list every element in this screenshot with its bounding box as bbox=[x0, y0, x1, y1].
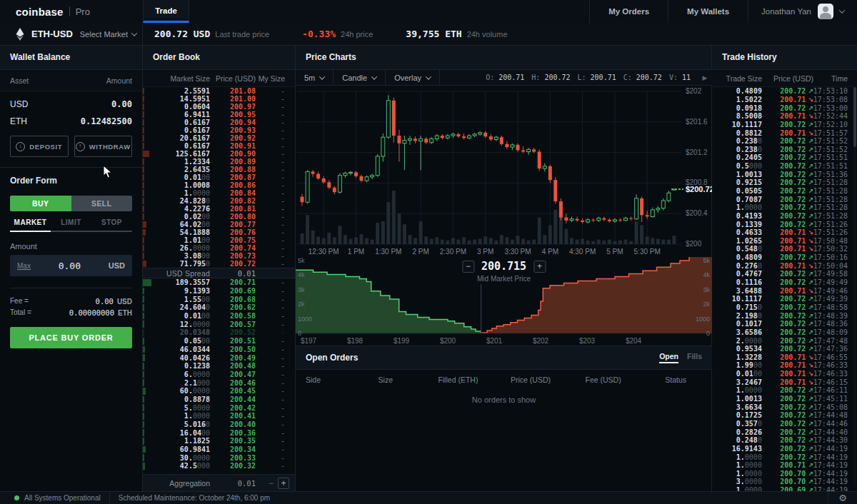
order-book-ask-row[interactable]: 14.5951201.00- bbox=[143, 95, 295, 103]
order-book-bid-row[interactable]: 24.6040200.62- bbox=[143, 303, 295, 312]
buy-tab[interactable]: BUY bbox=[10, 196, 71, 211]
order-book-ask-row[interactable]: 0.6167200.94- bbox=[143, 119, 295, 126]
withdraw-button[interactable]: ↑ WITHDRAW bbox=[74, 136, 133, 157]
svg-text:$200.4: $200.4 bbox=[686, 209, 708, 217]
order-book-ask-row[interactable]: 1.0008200.86- bbox=[143, 181, 295, 189]
order-book-bid-row[interactable]: 5.0000200.42- bbox=[143, 403, 295, 412]
aggregation-decrease-button[interactable]: − bbox=[264, 478, 278, 488]
order-book-bid-row[interactable]: 0.8878200.44- bbox=[143, 395, 295, 404]
order-book-bid-row[interactable]: 40.0426200.49- bbox=[143, 353, 295, 362]
order-book-ask-row[interactable]: 0.0604200.97- bbox=[143, 103, 295, 111]
svg-text:5:30 PM: 5:30 PM bbox=[634, 248, 661, 256]
order-book-bid-row[interactable]: 0.0100200.58- bbox=[143, 312, 295, 321]
order-book-bid-row[interactable]: 2.1000200.46- bbox=[143, 378, 295, 387]
order-book-ask-row[interactable]: 0.6167200.93- bbox=[143, 126, 295, 134]
place-buy-order-button[interactable]: PLACE BUY ORDER bbox=[10, 327, 132, 348]
order-book-ask-row[interactable]: 1.0000200.84- bbox=[143, 189, 295, 197]
overlay-dropdown[interactable]: Overlay bbox=[386, 70, 440, 85]
depth-chart[interactable]: 5k5k4k4k3k3k2k2k1000100000$197$198$199$2… bbox=[296, 257, 712, 347]
sell-tab[interactable]: SELL bbox=[71, 196, 133, 211]
order-book-bid-row[interactable]: 60.0000200.45- bbox=[143, 387, 295, 395]
svg-text:$199: $199 bbox=[394, 337, 410, 345]
order-book-ask-row[interactable]: 0.0100200.87- bbox=[143, 173, 295, 181]
top-nav: coinbase Pro Trade My Orders My Wallets … bbox=[0, 0, 857, 23]
tab-open[interactable]: Open bbox=[659, 352, 678, 363]
order-book-ask-row[interactable]: 3.0800200.73- bbox=[143, 252, 295, 260]
order-book-bid-row[interactable]: 0.1238200.48- bbox=[143, 362, 295, 371]
order-book-bid-row[interactable]: 60.9841200.34- bbox=[143, 445, 295, 454]
order-book-bid-row[interactable]: 30.0000200.33- bbox=[143, 453, 295, 462]
order-book-ask-row[interactable]: 24.8280200.82- bbox=[143, 197, 295, 205]
svg-text:0: 0 bbox=[706, 330, 710, 337]
collapse-panel-icon[interactable]: ▶ bbox=[698, 74, 712, 81]
order-book-ask-row[interactable]: 64.0200200.77- bbox=[143, 221, 295, 228]
trade-history-row: 0.2380200.72↗17:51:52 bbox=[712, 137, 857, 146]
order-book-bid-row[interactable]: 20.0348200.52- bbox=[143, 328, 295, 337]
order-book-bid-row[interactable]: 9.1393200.69- bbox=[143, 287, 295, 296]
trade-history-scrollbar[interactable] bbox=[853, 87, 856, 487]
order-book-ask-row[interactable]: 125.6167200.90- bbox=[143, 150, 295, 158]
order-book-bid-row[interactable]: 42.5000200.32- bbox=[143, 462, 295, 470]
tab-market[interactable]: MARKET bbox=[10, 218, 51, 232]
order-book-bid-row[interactable]: 6.0000200.47- bbox=[143, 371, 295, 379]
nav-my-orders[interactable]: My Orders bbox=[589, 0, 668, 23]
order-book-ask-row[interactable]: 6.9411200.95- bbox=[143, 111, 295, 119]
order-book-bid-row[interactable]: 1.0000200.41- bbox=[143, 412, 295, 420]
trade-history-row: 10.1117200.72↗17:52:10 bbox=[712, 121, 857, 129]
order-book-ask-row[interactable]: 26.0000200.74- bbox=[143, 244, 295, 252]
svg-text:$198: $198 bbox=[347, 337, 364, 345]
zoom-in-button[interactable]: + bbox=[533, 261, 546, 273]
amount-label: Amount bbox=[0, 232, 142, 255]
trade-history-row: 2.0000200.72↗17:47:48 bbox=[712, 336, 857, 345]
order-book-bid-row[interactable]: 1.5500200.68- bbox=[143, 295, 295, 303]
order-book-ask-row[interactable]: 0.6167200.91- bbox=[143, 142, 295, 150]
tab-stop[interactable]: STOP bbox=[91, 218, 132, 231]
select-market-dropdown[interactable]: Select Market bbox=[80, 30, 136, 39]
chevron-down-icon bbox=[839, 7, 845, 13]
chart-type-dropdown[interactable]: Candle bbox=[334, 70, 386, 85]
order-book-bid-row[interactable]: 0.0500200.51- bbox=[143, 337, 295, 346]
svg-text:1000: 1000 bbox=[696, 316, 710, 323]
order-book-bid-row[interactable]: 5.0160200.40- bbox=[143, 420, 295, 429]
trade-history-row: 0.4809200.72↗17:50:16 bbox=[712, 253, 857, 262]
order-book-ask-row[interactable]: 2.6435200.88- bbox=[143, 166, 295, 173]
svg-text:$202: $202 bbox=[686, 87, 702, 95]
order-book-bid-row[interactable]: 16.0400200.36- bbox=[143, 428, 295, 437]
svg-text:$201.6: $201.6 bbox=[686, 118, 708, 126]
candlestick-chart[interactable]: $202$201.6$201.2$200.8$200.4$200$200.721… bbox=[296, 86, 712, 256]
order-book-bid-row[interactable]: 46.0344200.50- bbox=[143, 346, 295, 354]
order-book-ask-row[interactable]: 54.1888200.76- bbox=[143, 228, 295, 236]
order-book-bid-row[interactable]: 12.0000200.57- bbox=[143, 320, 295, 328]
market-pair: ETH-USD bbox=[31, 29, 73, 39]
tab-fills[interactable]: Fills bbox=[687, 352, 702, 363]
divider bbox=[109, 492, 110, 504]
max-link[interactable]: Max bbox=[17, 262, 31, 270]
order-book-bid-row[interactable]: 1.1825200.35- bbox=[143, 437, 295, 445]
nav-my-wallets[interactable]: My Wallets bbox=[668, 0, 748, 23]
coinbase-logo[interactable]: coinbase Pro bbox=[0, 0, 143, 23]
deposit-button[interactable]: ↓ DEPOSIT bbox=[10, 136, 69, 157]
order-book-ask-row[interactable]: 20.6167200.92- bbox=[143, 134, 295, 142]
trade-history-row: 1.0013200.72↗17:45:11 bbox=[712, 395, 857, 403]
interval-dropdown[interactable]: 5m bbox=[296, 70, 334, 85]
order-book-ask-row[interactable]: 1.0100200.75- bbox=[143, 236, 295, 244]
order-book-ask-row[interactable]: 0.0200200.80- bbox=[143, 213, 295, 221]
order-book-ask-row[interactable]: 1.2334200.89- bbox=[143, 158, 295, 166]
order-book-panel: Order Book Market Size Price (USD) My Si… bbox=[143, 46, 296, 491]
aggregation-increase-button[interactable]: + bbox=[278, 478, 289, 489]
settings-gear-icon[interactable]: ⚙ bbox=[828, 492, 857, 504]
wallet-balance-title: Wallet Balance bbox=[0, 46, 142, 70]
chevron-down-icon bbox=[131, 30, 137, 36]
tab-limit[interactable]: LIMIT bbox=[51, 218, 91, 231]
order-book-bid-row[interactable]: 189.3557200.71- bbox=[143, 278, 295, 287]
zoom-out-button[interactable]: − bbox=[462, 261, 474, 273]
chevron-down-icon bbox=[371, 74, 377, 79]
amount-input[interactable]: Max 0.00 USD bbox=[10, 255, 132, 276]
tab-trade[interactable]: Trade bbox=[143, 0, 189, 23]
user-menu[interactable]: Jonathan Yan bbox=[748, 0, 857, 23]
order-book-ask-row[interactable]: 4.2276200.81- bbox=[143, 205, 295, 213]
system-status[interactable]: All Systems Operational bbox=[24, 494, 101, 502]
trade-history-row: 0.1339200.72↗17:51:26 bbox=[712, 220, 857, 228]
order-book-ask-row[interactable]: 71.7950200.72- bbox=[143, 260, 295, 268]
order-book-ask-row[interactable]: 2.5591201.08- bbox=[143, 87, 295, 95]
